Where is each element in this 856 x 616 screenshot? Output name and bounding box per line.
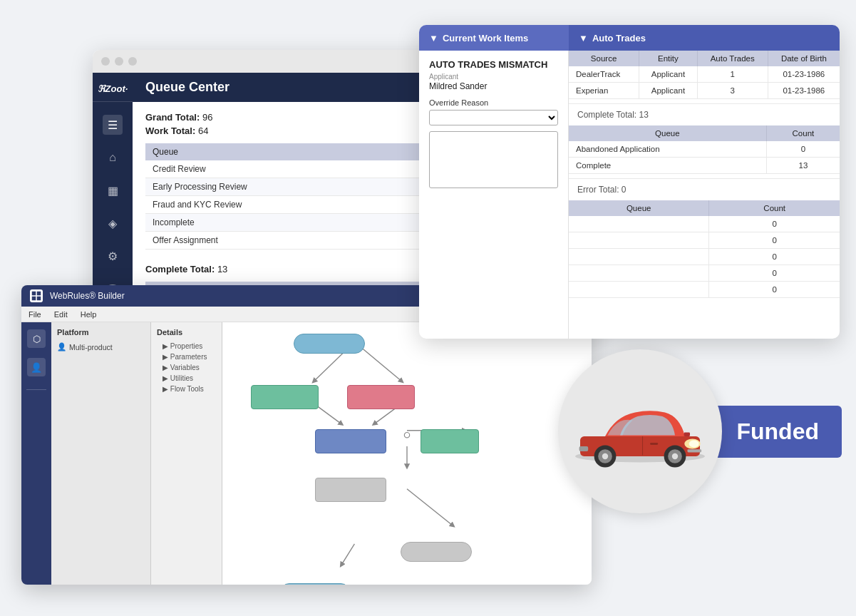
entity-name: Mildred Sander (429, 81, 558, 91)
svg-line-14 (341, 544, 354, 565)
builder-body: ⬡ 👤 Platform 👤 Multi-product Details ▶ P… (21, 322, 592, 585)
svg-point-18 (689, 441, 699, 448)
detail-item-utilities[interactable]: ▶ Utilities (157, 373, 216, 384)
sidebar-divider (26, 389, 46, 390)
sidebar-icon-home[interactable]: ⌂ (103, 148, 123, 168)
table-row: Complete 13 (569, 158, 840, 174)
platform-label: Platform (57, 328, 145, 337)
current-work-items-header: ▼ Current Work Items (419, 25, 569, 51)
auto-trades-table: Source Entity Auto Trades Date of Birth … (569, 51, 840, 99)
menu-file[interactable]: File (29, 310, 41, 319)
titlebar-dot-1 (101, 57, 110, 66)
table-row: 0 (569, 249, 840, 265)
sidebar-icon-layers[interactable]: ◈ (103, 213, 123, 233)
svg-rect-29 (650, 443, 658, 445)
error-total-note: Error Total: 0 (569, 178, 840, 200)
details-title: Details (157, 328, 216, 337)
flow-node-end[interactable] (401, 542, 472, 562)
detail-item-variables[interactable]: ▶ Variables (157, 362, 216, 373)
sidebar-icon-settings[interactable]: ⚙ (103, 246, 123, 266)
col-count: Count (709, 200, 840, 216)
tree-icon: 👤 (57, 342, 66, 351)
col-auto-trades: Auto Trades (697, 51, 768, 66)
table-row: DealerTrack Applicant 1 01-23-1986 (569, 66, 840, 83)
builder-details-panel: Details ▶ Properties ▶ Parameters ▶ Vari… (151, 322, 222, 585)
col-count: Count (766, 125, 840, 141)
entity-label: Applicant (429, 73, 558, 81)
complete-total-table: Queue Count Abandoned Application 0 Comp… (569, 125, 840, 174)
override-textarea[interactable] (429, 131, 558, 188)
svg-rect-2 (32, 297, 36, 300)
col-source: Source (569, 51, 639, 66)
menu-help[interactable]: Help (81, 310, 97, 319)
work-body: AUTO TRADES MISMATCH Applicant Mildred S… (419, 51, 840, 339)
work-right-panel: Source Entity Auto Trades Date of Birth … (569, 51, 840, 339)
titlebar-dot-2 (115, 57, 123, 66)
car-image (565, 391, 715, 471)
detail-item-parameters[interactable]: ▶ Parameters (157, 351, 216, 362)
detail-item-flow-tools[interactable]: ▶ Flow Tools (157, 384, 216, 394)
builder-sidebar-icon-2[interactable]: 👤 (27, 358, 46, 376)
car-circle (558, 349, 722, 513)
sidebar-icon-menu[interactable]: ☰ (103, 115, 123, 135)
table-row: 0 (569, 216, 840, 232)
work-items-window: ▼ Current Work Items ▼ Auto Trades AUTO … (419, 25, 840, 339)
builder-sidebar-icon-1[interactable]: ⬡ (27, 329, 46, 348)
builder-title-text: WebRules® Builder (50, 291, 125, 301)
work-header-row: ▼ Current Work Items ▼ Auto Trades (419, 25, 840, 51)
flow-node-pink1[interactable] (347, 385, 415, 409)
builder-canvas (222, 322, 592, 585)
svg-rect-0 (32, 292, 36, 295)
svg-line-13 (407, 489, 453, 526)
svg-rect-20 (579, 446, 589, 451)
error-table: Queue Count 0 0 0 0 0 (569, 200, 840, 298)
col-queue: Queue (569, 200, 709, 216)
triangle-icon-right: ▼ (579, 33, 588, 43)
col-queue: Queue (145, 143, 437, 160)
flow-node-green2[interactable] (421, 429, 479, 453)
zoot-logo: ℜZoot· (93, 80, 133, 102)
table-row: Experian Applicant 3 01-23-1986 (569, 83, 840, 99)
override-label: Override Reason (429, 98, 558, 107)
flow-node-green1[interactable] (251, 385, 319, 409)
col-queue: Queue (569, 125, 766, 141)
svg-point-23 (602, 453, 608, 459)
override-reason-select[interactable] (429, 110, 558, 125)
flow-node-start[interactable] (294, 334, 365, 354)
triangle-icon: ▼ (429, 33, 438, 43)
flow-node-gray1[interactable] (315, 478, 386, 502)
flow-node-bottom[interactable] (279, 583, 351, 585)
tree-item-multi-product[interactable]: 👤 Multi-product (57, 341, 145, 353)
complete-total-note: Complete Total: 13 (569, 103, 840, 125)
funded-section: Funded (558, 349, 842, 513)
svg-rect-1 (37, 292, 41, 295)
work-left-panel: AUTO TRADES MISMATCH Applicant Mildred S… (419, 51, 569, 339)
builder-left-sidebar: ⬡ 👤 (21, 322, 51, 585)
queue-title: Queue Center (145, 80, 230, 94)
col-dob: Date of Birth (768, 51, 840, 66)
builder-app-icon (30, 289, 43, 302)
detail-item-properties[interactable]: ▶ Properties (157, 341, 216, 351)
builder-platform-panel: Platform 👤 Multi-product (51, 322, 151, 585)
svg-rect-3 (37, 297, 41, 300)
sidebar-icon-chart[interactable]: ▦ (103, 180, 123, 200)
col-entity: Entity (639, 51, 698, 66)
table-row: 0 (569, 232, 840, 249)
svg-rect-27 (684, 432, 690, 436)
table-row: Abandoned Application 0 (569, 141, 840, 158)
titlebar-dot-3 (128, 57, 137, 66)
svg-point-26 (672, 453, 678, 459)
svg-point-11 (404, 433, 409, 438)
table-row: 0 (569, 282, 840, 298)
flow-node-blue1[interactable] (315, 429, 386, 453)
funded-label: Funded (736, 419, 819, 444)
auto-trades-header: ▼ Auto Trades (569, 25, 840, 51)
table-row: 0 (569, 265, 840, 282)
menu-edit[interactable]: Edit (54, 310, 68, 319)
mismatch-title: AUTO TRADES MISMATCH (429, 59, 558, 70)
svg-rect-19 (688, 449, 702, 452)
